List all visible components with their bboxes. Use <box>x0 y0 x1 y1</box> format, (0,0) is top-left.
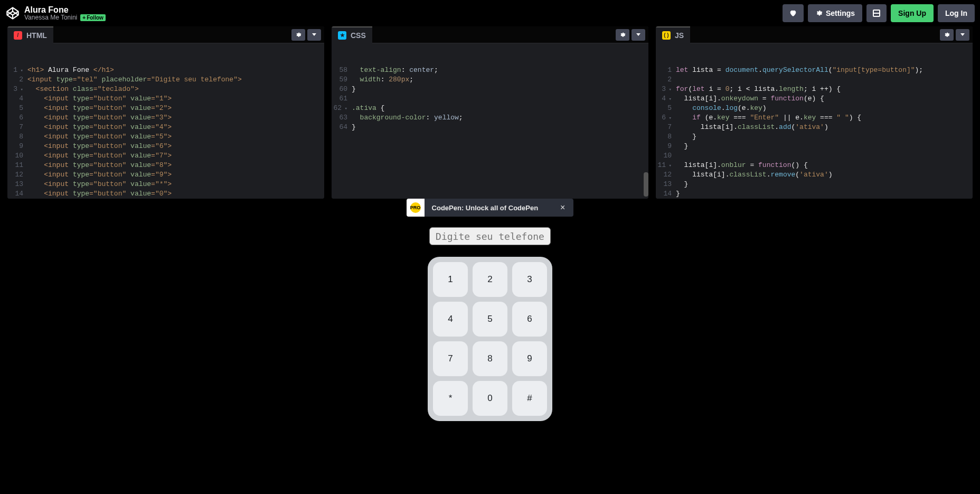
app-header: Alura Fone Vanessa Me Tonini Follow Sett… <box>0 0 980 26</box>
adbar[interactable]: PRO CodePen: Unlock all of CodePen × <box>407 199 574 217</box>
html-badge-icon: / <box>14 31 22 40</box>
html-gutter: 1 ▾23 ▾45678910111213141516 <box>7 62 27 199</box>
gear-icon <box>295 32 301 38</box>
settings-button[interactable]: Settings <box>808 4 862 22</box>
css-panel-header: ★ CSS <box>332 26 648 43</box>
html-panel: / HTML 1 ▾23 ▾45678910111213141516 <h1> … <box>7 26 324 199</box>
html-tab[interactable]: / HTML <box>7 26 53 43</box>
keypad-key-*[interactable]: * <box>433 381 468 416</box>
keypad-key-5[interactable]: 5 <box>473 302 507 337</box>
codepen-logo-icon[interactable] <box>5 6 20 21</box>
chevron-down-icon <box>312 33 316 36</box>
js-tab[interactable]: ( ) JS <box>656 26 690 43</box>
phone-input[interactable] <box>429 227 551 245</box>
js-badge-icon: ( ) <box>662 31 671 40</box>
login-button[interactable]: Log In <box>938 4 975 22</box>
html-collapse-button[interactable] <box>307 29 321 41</box>
html-tab-label: HTML <box>26 31 47 40</box>
js-editor[interactable]: 123 ▾4 ▾56 ▾7891011 ▾121314 let lista = … <box>656 43 973 199</box>
preview-pane: 123456789*0# <box>0 206 980 494</box>
css-code-lines[interactable]: text-align: center; width: 280px;} .ativ… <box>352 62 648 199</box>
js-panel: ( ) JS 123 ▾4 ▾56 ▾7891011 ▾121314 let l… <box>656 26 973 199</box>
keypad-key-8[interactable]: 8 <box>473 341 507 376</box>
header-actions: Settings Sign Up Log In <box>783 4 975 22</box>
keypad: 123456789*0# <box>428 257 552 421</box>
keypad-key-3[interactable]: 3 <box>512 262 547 297</box>
html-panel-header: / HTML <box>7 26 324 43</box>
pro-badge-icon: PRO <box>407 199 425 217</box>
css-editor[interactable]: 5859606162 ▾6364 text-align: center; wid… <box>332 43 648 199</box>
html-editor[interactable]: 1 ▾23 ▾45678910111213141516 <h1> Alura F… <box>7 43 324 199</box>
chevron-down-icon <box>636 33 640 36</box>
keypad-key-1[interactable]: 1 <box>433 262 468 297</box>
gear-icon <box>944 32 950 38</box>
keypad-key-9[interactable]: 9 <box>512 341 547 376</box>
love-button[interactable] <box>783 4 804 22</box>
chevron-down-icon <box>960 33 965 36</box>
heart-icon <box>789 9 797 17</box>
js-collapse-button[interactable] <box>956 29 969 41</box>
keypad-key-#[interactable]: # <box>512 381 547 416</box>
css-settings-button[interactable] <box>616 29 629 41</box>
keypad-key-0[interactable]: 0 <box>473 381 507 416</box>
layout-icon <box>873 10 880 17</box>
gear-icon <box>815 10 823 17</box>
js-settings-button[interactable] <box>940 29 954 41</box>
css-panel: ★ CSS 5859606162 ▾6364 text-align: cente… <box>332 26 648 199</box>
css-tab-label: CSS <box>351 31 366 40</box>
keypad-key-7[interactable]: 7 <box>433 341 468 376</box>
pen-identity: Alura Fone Vanessa Me Tonini Follow <box>5 5 106 22</box>
pen-title[interactable]: Alura Fone <box>24 5 106 15</box>
keypad-key-4[interactable]: 4 <box>433 302 468 337</box>
adbar-close-button[interactable]: × <box>557 203 568 212</box>
css-tab[interactable]: ★ CSS <box>332 26 372 43</box>
js-gutter: 123 ▾4 ▾56 ▾7891011 ▾121314 <box>656 62 676 199</box>
js-tab-label: JS <box>675 31 684 40</box>
follow-button[interactable]: Follow <box>80 14 106 21</box>
editor-row: / HTML 1 ▾23 ▾45678910111213141516 <h1> … <box>0 26 980 199</box>
css-gutter: 5859606162 ▾6364 <box>332 62 352 199</box>
css-scrollbar[interactable] <box>644 43 648 199</box>
keypad-key-2[interactable]: 2 <box>473 262 507 297</box>
js-code-lines[interactable]: let lista = document.querySelectorAll("i… <box>676 62 973 199</box>
keypad-key-6[interactable]: 6 <box>512 302 547 337</box>
css-collapse-button[interactable] <box>632 29 645 41</box>
js-panel-header: ( ) JS <box>656 26 973 43</box>
layout-button[interactable] <box>866 4 887 22</box>
html-settings-button[interactable] <box>291 29 305 41</box>
gear-icon <box>619 32 626 38</box>
css-badge-icon: ★ <box>338 31 346 40</box>
adbar-message: CodePen: Unlock all of CodePen <box>432 204 539 212</box>
pen-author[interactable]: Vanessa Me Tonini <box>24 14 77 21</box>
signup-button[interactable]: Sign Up <box>891 4 934 22</box>
settings-label: Settings <box>826 9 855 17</box>
html-code-lines[interactable]: <h1> Alura Fone </h1><input type="tel" p… <box>27 62 324 199</box>
